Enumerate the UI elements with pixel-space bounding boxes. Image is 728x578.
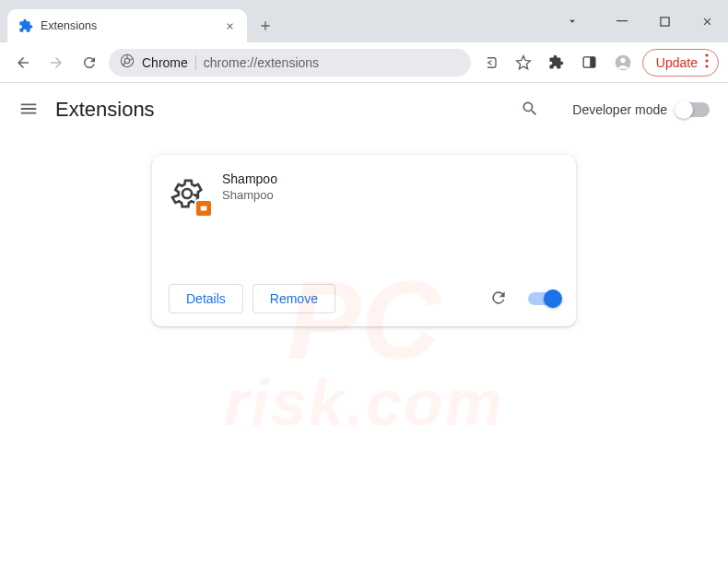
omnibox-separator [195, 55, 196, 70]
extension-gear-icon [169, 175, 205, 212]
update-label: Update [656, 55, 698, 70]
developer-mode-row: Developer mode [572, 102, 710, 117]
tab-search-button[interactable] [551, 4, 593, 39]
svg-rect-12 [201, 206, 207, 211]
svg-point-8 [705, 53, 708, 56]
search-icon[interactable] [521, 100, 541, 120]
extensions-page: PC risk.com Extensions Developer mode [0, 83, 728, 578]
extensions-puzzle-icon[interactable] [543, 49, 570, 77]
menu-dots-icon [705, 53, 709, 71]
svg-point-7 [620, 57, 625, 62]
extension-enable-toggle[interactable] [528, 292, 559, 305]
window-titlebar: Extensions [0, 0, 728, 42]
details-button[interactable]: Details [169, 284, 243, 313]
share-icon[interactable] [476, 49, 504, 77]
extension-name: Shampoo [222, 171, 277, 186]
reload-extension-icon[interactable] [489, 289, 510, 309]
update-button[interactable]: Update [642, 49, 719, 77]
bookmark-star-icon[interactable] [510, 49, 537, 77]
chrome-icon [120, 53, 135, 71]
minimize-button[interactable] [601, 4, 643, 39]
extension-description: Shampoo [222, 188, 277, 202]
extension-puzzle-icon [18, 18, 33, 33]
window-controls [551, 0, 728, 42]
close-tab-icon[interactable] [223, 19, 236, 32]
reload-button[interactable] [76, 49, 103, 77]
browser-toolbar: Chrome chrome://extensions Update [0, 42, 728, 83]
sidepanel-icon[interactable] [576, 49, 604, 77]
developer-mode-label: Developer mode [572, 102, 667, 117]
page-appbar: Extensions Developer mode [0, 83, 728, 136]
omnibox-url: chrome://extensions [204, 55, 319, 70]
tab-title: Extensions [41, 19, 216, 32]
maximize-button[interactable] [643, 4, 686, 39]
browser-tab[interactable]: Extensions [7, 9, 247, 42]
svg-rect-0 [616, 20, 628, 21]
new-tab-button[interactable] [252, 13, 278, 39]
svg-point-10 [705, 65, 708, 67]
remove-button[interactable]: Remove [252, 284, 335, 313]
svg-point-11 [182, 189, 192, 198]
main-menu-icon[interactable] [18, 99, 41, 121]
profile-avatar-icon[interactable] [609, 49, 637, 77]
svg-point-9 [705, 59, 708, 62]
address-bar[interactable]: Chrome chrome://extensions [109, 49, 471, 77]
forward-button[interactable] [42, 49, 70, 77]
page-title: Extensions [55, 98, 506, 122]
extension-badge-icon [194, 199, 213, 218]
extension-card: Shampoo Shampoo Details Remove [152, 155, 576, 326]
omnibox-scheme: Chrome [142, 55, 188, 70]
svg-rect-5 [591, 57, 596, 67]
close-window-button[interactable] [686, 4, 728, 39]
svg-rect-1 [660, 17, 668, 25]
back-button[interactable] [9, 49, 37, 77]
developer-mode-toggle[interactable] [676, 102, 710, 117]
